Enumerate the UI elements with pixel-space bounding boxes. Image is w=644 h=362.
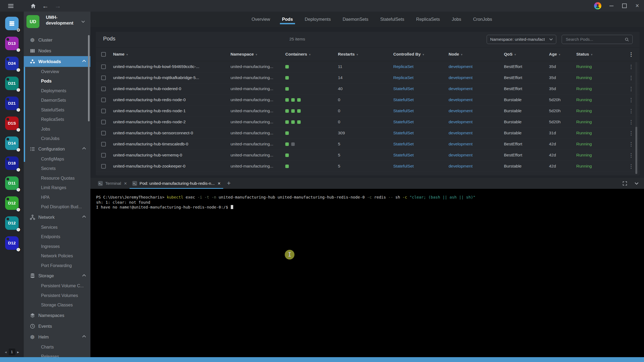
namespace-filter-dropdown[interactable]: Namespace: united-manufact bbox=[487, 35, 556, 44]
column-header-containers[interactable]: Containers▾ bbox=[285, 52, 338, 57]
new-terminal-tab-button[interactable]: + bbox=[227, 180, 231, 186]
terminal-tab[interactable]: >_Pod: united-manufacturing-hub-redis-n.… bbox=[130, 178, 223, 189]
row-checkbox[interactable] bbox=[101, 64, 106, 69]
close-icon[interactable]: × bbox=[218, 181, 221, 186]
chevron-up-icon[interactable] bbox=[82, 274, 86, 277]
sidebar-subitem-deployments[interactable]: Deployments bbox=[24, 86, 90, 96]
user-avatar[interactable] bbox=[594, 2, 601, 9]
sidebar-item-events[interactable]: Events bbox=[24, 321, 90, 332]
tab-pods[interactable]: Pods bbox=[276, 12, 299, 27]
forward-icon[interactable]: → bbox=[55, 3, 61, 9]
row-menu-icon[interactable]: ⋮ bbox=[629, 108, 640, 114]
fullscreen-icon[interactable] bbox=[622, 181, 628, 186]
pod-row[interactable]: united-manufacturing-hub-redis-node-0uni… bbox=[96, 94, 640, 105]
cluster-icon-d18[interactable]: D18☸ bbox=[5, 156, 19, 170]
chevron-up-icon[interactable] bbox=[82, 215, 86, 218]
sidebar-subitem-cronjobs[interactable]: CronJobs bbox=[24, 134, 90, 144]
sidebar-item-cluster[interactable]: ☸Cluster bbox=[24, 35, 90, 45]
sidebar-subitem-charts[interactable]: Charts bbox=[24, 342, 90, 352]
pod-controlled-by-link[interactable]: ReplicaSet bbox=[393, 75, 449, 80]
pod-controlled-by-link[interactable]: StatefulSet bbox=[393, 164, 449, 169]
row-checkbox[interactable] bbox=[101, 87, 106, 91]
sidebar-item-helm[interactable]: ☸Helm bbox=[24, 332, 90, 342]
row-menu-icon[interactable]: ⋮ bbox=[629, 153, 640, 158]
table-menu-icon[interactable]: ⋮ bbox=[629, 52, 640, 57]
cluster-icon-d12[interactable]: D12☸ bbox=[5, 216, 19, 230]
search-icon[interactable] bbox=[625, 37, 629, 42]
row-checkbox[interactable] bbox=[101, 120, 106, 124]
sidebar-item-nodes[interactable]: Nodes bbox=[24, 45, 90, 56]
chevron-up-icon[interactable] bbox=[82, 60, 86, 62]
close-icon[interactable]: × bbox=[124, 181, 127, 186]
pod-node-link[interactable]: development bbox=[449, 108, 504, 113]
column-header-name[interactable]: Name▾ bbox=[113, 52, 231, 57]
sidebar-subitem-endpoints[interactable]: Endpoints bbox=[24, 232, 90, 242]
chevron-up-icon[interactable] bbox=[82, 147, 86, 150]
cluster-icon-d1s[interactable]: D1S☸ bbox=[5, 117, 19, 130]
sidebar-item-network[interactable]: Network bbox=[24, 212, 90, 223]
sidebar-scrollbar[interactable] bbox=[88, 35, 90, 121]
pod-row[interactable]: united-manufacturing-hub-redis-node-2uni… bbox=[96, 117, 640, 128]
pod-node-link[interactable]: development bbox=[449, 142, 504, 146]
cluster-icon-d12[interactable]: D12☸ bbox=[5, 196, 19, 210]
row-menu-icon[interactable]: ⋮ bbox=[629, 142, 640, 147]
back-icon[interactable]: ← bbox=[42, 3, 49, 9]
tab-cronjobs[interactable]: CronJobs bbox=[467, 12, 498, 27]
row-checkbox[interactable] bbox=[101, 109, 106, 113]
row-menu-icon[interactable]: ⋮ bbox=[629, 86, 640, 91]
row-checkbox[interactable] bbox=[101, 131, 106, 135]
column-header-age[interactable]: Age▾ bbox=[549, 52, 576, 57]
pod-row[interactable]: united-manufacturing-hub-kowl-594659cc8c… bbox=[96, 61, 640, 72]
sidebar-subitem-jobs[interactable]: Jobs bbox=[24, 124, 90, 134]
page-next-icon[interactable]: ▸ bbox=[17, 350, 19, 354]
pod-node-link[interactable]: development bbox=[449, 131, 504, 135]
minimize-button[interactable] bbox=[608, 3, 614, 9]
sidebar-item-namespaces[interactable]: Namespaces bbox=[24, 310, 90, 321]
tab-statefulsets[interactable]: StatefulSets bbox=[374, 12, 410, 27]
sidebar-subitem-storage-classes[interactable]: Storage Classes bbox=[24, 300, 90, 310]
sidebar-item-storage[interactable]: Storage bbox=[24, 271, 90, 281]
pod-node-link[interactable]: development bbox=[449, 64, 504, 69]
sidebar-subitem-port-forwarding[interactable]: Port Forwarding bbox=[24, 261, 90, 271]
chevron-up-icon[interactable] bbox=[82, 335, 86, 338]
pod-row[interactable]: united-manufacturing-hub-timescaledb-0un… bbox=[96, 139, 640, 150]
pod-node-link[interactable]: development bbox=[449, 119, 504, 124]
hamburger-menu-icon[interactable] bbox=[8, 4, 13, 8]
row-menu-icon[interactable]: ⋮ bbox=[629, 64, 640, 69]
sidebar-subitem-daemonsets[interactable]: DaemonSets bbox=[24, 96, 90, 105]
pod-node-link[interactable]: development bbox=[449, 164, 504, 169]
cluster-icon-d14[interactable]: D14☸ bbox=[5, 136, 19, 150]
tab-replicasets[interactable]: ReplicaSets bbox=[410, 12, 446, 27]
cluster-icon-d11[interactable]: D11☸ bbox=[5, 176, 19, 190]
tab-overview[interactable]: Overview bbox=[246, 12, 276, 27]
cluster-icon-d21[interactable]: D21☸ bbox=[5, 77, 19, 90]
tab-deployments[interactable]: Deployments bbox=[299, 12, 337, 27]
sidebar-subitem-releases[interactable]: Releases bbox=[24, 352, 90, 357]
row-menu-icon[interactable]: ⋮ bbox=[629, 97, 640, 103]
row-menu-icon[interactable]: ⋮ bbox=[629, 164, 640, 169]
pod-row[interactable]: united-manufacturing-hub-sensorconnect-0… bbox=[96, 128, 640, 139]
close-button[interactable]: × bbox=[634, 3, 640, 9]
sidebar-subitem-secrets[interactable]: Secrets bbox=[24, 164, 90, 174]
pod-node-link[interactable]: development bbox=[449, 97, 504, 102]
pod-node-link[interactable]: development bbox=[449, 153, 504, 158]
home-icon[interactable] bbox=[30, 3, 36, 9]
pod-controlled-by-link[interactable]: ReplicaSet bbox=[393, 64, 449, 69]
pod-row[interactable]: united-manufacturing-hub-zookeeper-0unit… bbox=[96, 161, 640, 172]
row-menu-icon[interactable]: ⋮ bbox=[629, 131, 640, 136]
sidebar-item-configuration[interactable]: Configuration bbox=[24, 144, 90, 154]
column-header-controlled-by[interactable]: Controlled By▾ bbox=[393, 52, 449, 57]
pod-controlled-by-link[interactable]: StatefulSet bbox=[393, 97, 449, 102]
sidebar-subitem-ingresses[interactable]: Ingresses bbox=[24, 242, 90, 251]
maximize-button[interactable] bbox=[621, 3, 627, 9]
table-scrollbar-thumb[interactable] bbox=[635, 127, 637, 174]
pod-controlled-by-link[interactable]: StatefulSet bbox=[393, 153, 449, 158]
pod-row[interactable]: united-manufacturing-hub-vernemq-0united… bbox=[96, 150, 640, 161]
pod-controlled-by-link[interactable]: StatefulSet bbox=[393, 142, 449, 146]
page-prev-icon[interactable]: ◂ bbox=[5, 350, 6, 354]
sidebar-subitem-overview[interactable]: Overview bbox=[24, 67, 90, 77]
cluster-icon-d21[interactable]: D21☸ bbox=[5, 97, 19, 110]
cluster-icon-d13[interactable]: D13☸ bbox=[5, 37, 19, 50]
pod-node-link[interactable]: development bbox=[449, 75, 504, 80]
row-checkbox[interactable] bbox=[101, 142, 106, 146]
